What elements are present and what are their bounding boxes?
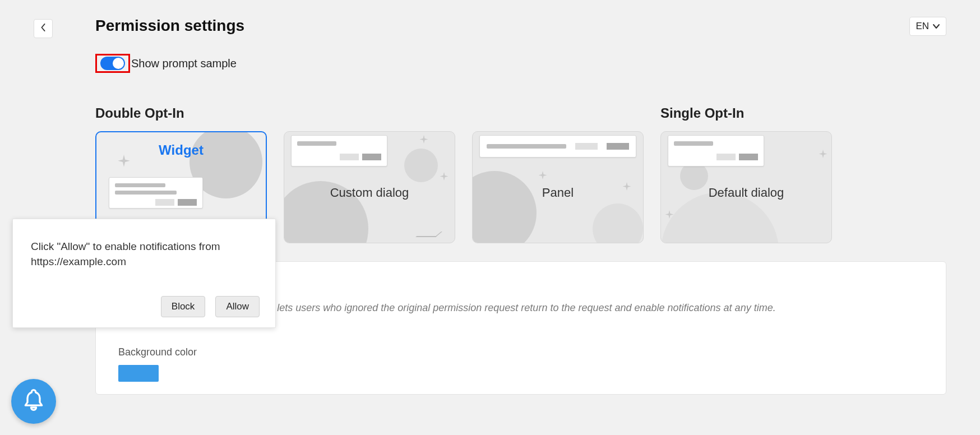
- notification-bell-fab[interactable]: [11, 379, 56, 424]
- prompt-allow-button[interactable]: Allow: [215, 296, 260, 317]
- toggle-knob: [113, 58, 124, 69]
- back-button[interactable]: [34, 19, 53, 38]
- optin-card-custom-dialog[interactable]: Custom dialog: [284, 131, 455, 243]
- prompt-sample-dialog: Click "Allow" to enable notifications fr…: [12, 219, 276, 328]
- section-double-opt-in: Double Opt-In: [95, 105, 644, 121]
- mini-dialog-preview: [668, 135, 764, 166]
- card-custom-dialog-label: Custom dialog: [284, 186, 455, 200]
- toggle-highlight-box: [95, 54, 130, 73]
- language-code: EN: [916, 21, 929, 32]
- section-single-opt-in: Single Opt-In: [660, 105, 744, 121]
- background-color-label: Background color: [118, 346, 928, 358]
- card-widget-title: Widget: [96, 142, 266, 158]
- card-default-dialog-label: Default dialog: [661, 186, 831, 200]
- mini-dialog-preview: [291, 135, 387, 166]
- card-panel-label: Panel: [473, 186, 643, 200]
- show-prompt-label: Show prompt sample: [131, 57, 237, 70]
- mini-panel-preview: [479, 135, 636, 158]
- chevron-down-icon: [932, 21, 940, 32]
- chevron-left-icon: [40, 24, 46, 34]
- edit-stroke-icon: [415, 232, 442, 237]
- background-color-swatch[interactable]: [118, 365, 159, 382]
- prompt-message: Click "Allow" to enable notifications fr…: [31, 239, 260, 269]
- language-select[interactable]: EN: [909, 17, 946, 36]
- show-prompt-toggle[interactable]: [100, 57, 125, 70]
- optin-card-panel[interactable]: Panel: [472, 131, 644, 243]
- page-title: Permission settings: [95, 17, 244, 35]
- optin-card-default-dialog[interactable]: Default dialog: [660, 131, 832, 243]
- bell-icon: [21, 388, 46, 415]
- mini-dialog-preview: [109, 177, 203, 209]
- prompt-block-button[interactable]: Block: [161, 296, 206, 317]
